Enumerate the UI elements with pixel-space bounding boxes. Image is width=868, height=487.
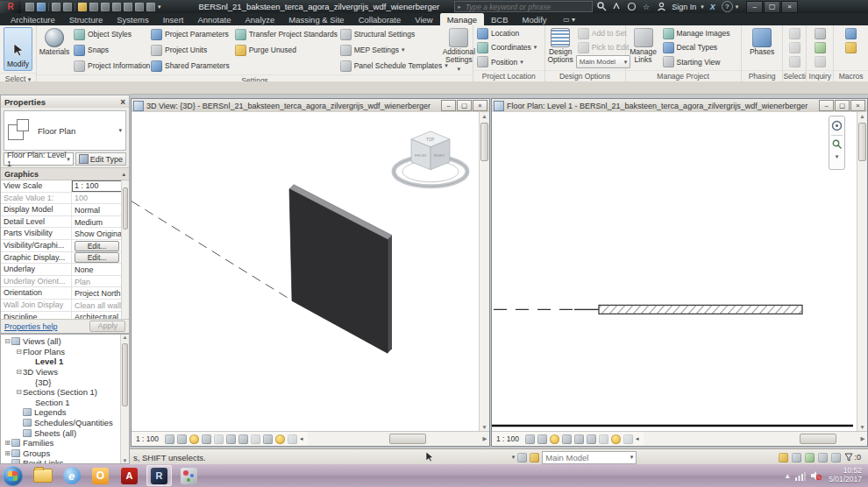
properties-help-link[interactable]: Properties help xyxy=(4,322,58,331)
ribbon-tab[interactable]: Architecture xyxy=(4,13,62,25)
tree-expander-icon[interactable]: ⊟ xyxy=(15,368,23,376)
properties-close-icon[interactable]: × xyxy=(120,97,125,107)
property-row[interactable]: Wall Join Display Clean all wall j... xyxy=(1,300,122,312)
tree-item[interactable]: Legends xyxy=(1,407,121,418)
sun-path-icon[interactable] xyxy=(189,434,199,444)
project-parameters-button[interactable]: Project Parameters xyxy=(149,28,231,41)
select-links-icon[interactable] xyxy=(779,453,788,462)
temporary-hide-isolate-icon[interactable] xyxy=(263,434,273,444)
start-button[interactable] xyxy=(3,466,23,486)
scroll-down-icon[interactable]: ▼ xyxy=(121,458,129,463)
select-by-id-icon[interactable] xyxy=(815,42,826,53)
tree-item[interactable]: Level 1 xyxy=(1,356,121,367)
mep-settings-button[interactable]: MEP Settings▾ xyxy=(338,44,440,57)
property-value[interactable]: 1 : 100 xyxy=(72,180,122,192)
type-selector[interactable]: Floor Plan ▾ xyxy=(4,110,126,151)
inquiry-panel-label[interactable]: Inquiry xyxy=(807,70,833,81)
pick-to-edit-button[interactable]: Pick to Edit xyxy=(576,41,631,54)
analytical-model-icon[interactable] xyxy=(623,434,633,444)
macro-manager-icon[interactable] xyxy=(845,28,857,39)
location-button[interactable]: Location xyxy=(475,27,543,40)
drag-on-selection-icon[interactable] xyxy=(831,453,841,462)
materials-button[interactable]: Materials xyxy=(39,26,70,74)
save-selection-icon[interactable] xyxy=(789,28,800,39)
filter-button[interactable]: :0 xyxy=(844,453,861,462)
shadows-icon[interactable] xyxy=(562,434,572,444)
taskbar-outlook-button[interactable]: O xyxy=(89,466,112,485)
save-icon[interactable] xyxy=(37,3,46,11)
graphics-section-header[interactable]: Graphics ▴ xyxy=(1,167,129,180)
property-value[interactable]: Project North xyxy=(72,287,122,299)
search-expand-arrow-icon[interactable]: ▸ xyxy=(458,4,461,11)
ribbon-display-toggle-icon[interactable]: ▭ ▾ xyxy=(559,14,579,25)
close-hidden-windows-icon[interactable] xyxy=(146,3,155,11)
window-title-bar-floorplan[interactable]: Floor Plan: Level 1 - BERSnl_21_baksteen… xyxy=(492,99,867,113)
type-selector-dropdown-icon[interactable]: ▾ xyxy=(118,127,122,134)
scrollbar-thumb[interactable] xyxy=(858,123,866,161)
help-search-box[interactable]: ▸ xyxy=(454,1,593,12)
property-row[interactable]: Underlay None xyxy=(1,264,122,276)
design-options-button[interactable]: Design Options xyxy=(547,26,574,69)
starting-view-button[interactable]: Starting View xyxy=(661,55,739,68)
warnings-icon[interactable] xyxy=(815,56,826,67)
ribbon-tab[interactable]: Analyze xyxy=(238,13,281,25)
decal-types-button[interactable]: Decal Types xyxy=(661,41,739,54)
structural-settings-button[interactable]: Structural Settings xyxy=(338,28,440,41)
sign-in-user-icon[interactable] xyxy=(655,2,667,12)
position-button[interactable]: Position▾ xyxy=(475,55,543,68)
ribbon-tab[interactable]: Structure xyxy=(62,13,110,25)
view-cube[interactable]: TOP FRONT RIGHT xyxy=(394,131,467,187)
sign-in-label[interactable]: Sign In xyxy=(672,3,696,11)
edit-type-button[interactable]: Edit Type xyxy=(75,152,126,166)
temporary-hide-isolate-icon[interactable] xyxy=(599,434,608,444)
window-restore-button[interactable]: ▢ xyxy=(457,100,472,111)
vcb-more-icon[interactable]: ◂ xyxy=(300,435,303,442)
reveal-hidden-elements-icon[interactable] xyxy=(275,434,285,444)
detail-level-icon[interactable] xyxy=(525,434,535,444)
tree-item[interactable]: Section 1 xyxy=(1,398,121,408)
project-location-panel-label[interactable]: Project Location xyxy=(473,70,544,81)
tree-expander-icon[interactable]: ⊞ xyxy=(4,439,11,447)
open-icon[interactable] xyxy=(25,3,34,11)
select-panel-label[interactable]: Select ▾ xyxy=(0,73,36,81)
unlocked-view-icon[interactable] xyxy=(251,434,260,444)
property-row[interactable]: Orientation Project North xyxy=(1,287,122,300)
view-scale-button[interactable]: 1 : 100 xyxy=(496,434,519,443)
design-option-select[interactable]: Main Model ▾ xyxy=(542,451,637,464)
canvas-3d[interactable]: TOP FRONT RIGHT xyxy=(132,112,480,432)
network-icon[interactable] xyxy=(795,471,806,481)
taskbar-revit-button[interactable]: R xyxy=(146,465,172,486)
load-selection-icon[interactable] xyxy=(789,42,800,53)
settings-panel-label[interactable]: Settings xyxy=(37,74,473,81)
ribbon-tab[interactable]: View xyxy=(408,13,439,25)
tree-item[interactable]: Schedules/Quantities xyxy=(1,418,121,428)
search-input[interactable] xyxy=(464,2,589,12)
visual-style-icon[interactable] xyxy=(177,434,187,444)
detail-level-icon[interactable] xyxy=(165,434,174,444)
undo-icon[interactable] xyxy=(52,3,60,11)
purge-unused-button[interactable]: Purge Unused xyxy=(233,44,337,57)
property-value[interactable]: Show Original xyxy=(72,228,122,239)
shadows-icon[interactable] xyxy=(202,434,211,444)
tree-item[interactable]: {3D} xyxy=(1,377,121,387)
tree-item[interactable]: ⊟ Sections (Section 1) xyxy=(1,387,121,398)
taskbar-explorer-button[interactable] xyxy=(31,466,54,485)
vertical-scrollbar-floorplan[interactable]: ▲ ▼ xyxy=(857,112,867,432)
panel-schedule-templates-button[interactable]: Panel Schedule Templates▾ xyxy=(338,60,440,73)
property-value[interactable]: Plan xyxy=(72,276,122,287)
aligned-dimension-icon[interactable] xyxy=(89,3,98,11)
transfer-project-standards-button[interactable]: Transfer Project Standards xyxy=(233,28,337,41)
manage-project-panel-label[interactable]: Manage Project xyxy=(626,70,741,81)
property-value[interactable]: 100 xyxy=(72,193,122,204)
tree-item[interactable]: ⊞ Groups xyxy=(1,448,121,459)
scroll-up-icon[interactable]: ▲ xyxy=(480,112,489,121)
help-dropdown-icon[interactable]: ▾ xyxy=(736,4,739,11)
ribbon-tab[interactable]: Collaborate xyxy=(352,13,409,25)
macros-panel-label[interactable]: Macros xyxy=(834,70,868,81)
add-to-set-button[interactable]: Add to Set xyxy=(576,27,631,40)
property-row[interactable]: View Scale 1 : 100 xyxy=(1,180,122,193)
tree-item[interactable]: ⊞ Families xyxy=(1,438,121,448)
coordinates-button[interactable]: Coordinates▾ xyxy=(475,41,543,54)
favorites-star-icon[interactable]: ☆ xyxy=(640,2,652,12)
analytical-model-icon[interactable] xyxy=(288,434,297,444)
